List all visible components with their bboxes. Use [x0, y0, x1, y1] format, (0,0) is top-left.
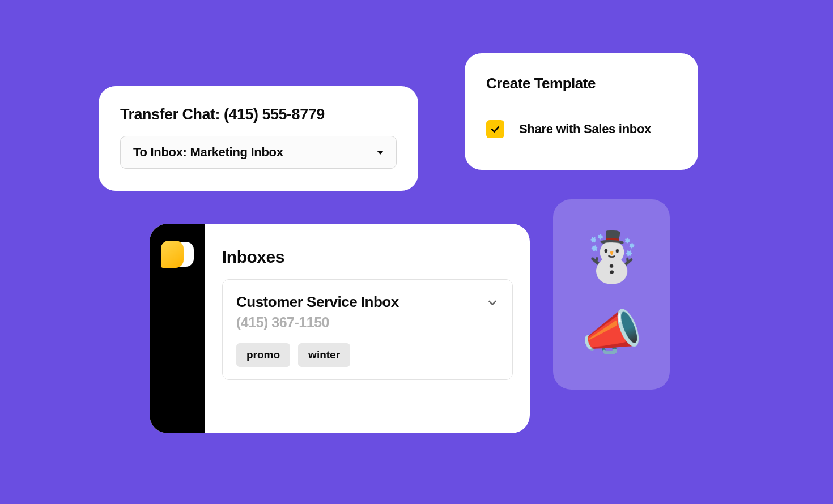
create-template-title: Create Template — [486, 75, 677, 92]
check-icon — [490, 123, 501, 135]
share-checkbox-label: Share with Sales inbox — [519, 122, 651, 136]
inbox-item-head: Customer Service Inbox — [236, 293, 499, 311]
emoji-pill: ☃️ 📣 — [553, 199, 670, 390]
inboxes-card: Inboxes Customer Service Inbox (415) 367… — [150, 224, 530, 433]
inboxes-title: Inboxes — [222, 247, 513, 267]
create-template-card: Create Template Share with Sales inbox — [465, 53, 698, 170]
inbox-phone: (415) 367-1150 — [236, 314, 499, 331]
app-logo-icon — [161, 241, 194, 274]
tag-promo[interactable]: promo — [236, 343, 290, 367]
to-inbox-select[interactable]: To Inbox: Marketing Inbox — [120, 136, 397, 169]
to-inbox-select-label: To Inbox: Marketing Inbox — [133, 145, 283, 160]
inboxes-main: Inboxes Customer Service Inbox (415) 367… — [205, 224, 530, 433]
inbox-name: Customer Service Inbox — [236, 293, 399, 311]
divider — [486, 105, 677, 105]
share-checkbox-row: Share with Sales inbox — [486, 120, 677, 138]
transfer-chat-title: Transfer Chat: (415) 555-8779 — [120, 106, 397, 123]
inbox-tags: promo winter — [236, 343, 499, 367]
transfer-chat-card: Transfer Chat: (415) 555-8779 To Inbox: … — [99, 86, 418, 191]
megaphone-icon: 📣 — [581, 308, 642, 357]
snowman-icon: ☃️ — [581, 232, 642, 281]
inboxes-sidebar — [150, 224, 205, 433]
chevron-down-icon[interactable] — [486, 296, 499, 309]
inbox-item[interactable]: Customer Service Inbox (415) 367-1150 pr… — [222, 279, 513, 380]
share-checkbox[interactable] — [486, 120, 504, 138]
caret-down-icon — [377, 151, 384, 155]
tag-winter[interactable]: winter — [298, 343, 350, 367]
